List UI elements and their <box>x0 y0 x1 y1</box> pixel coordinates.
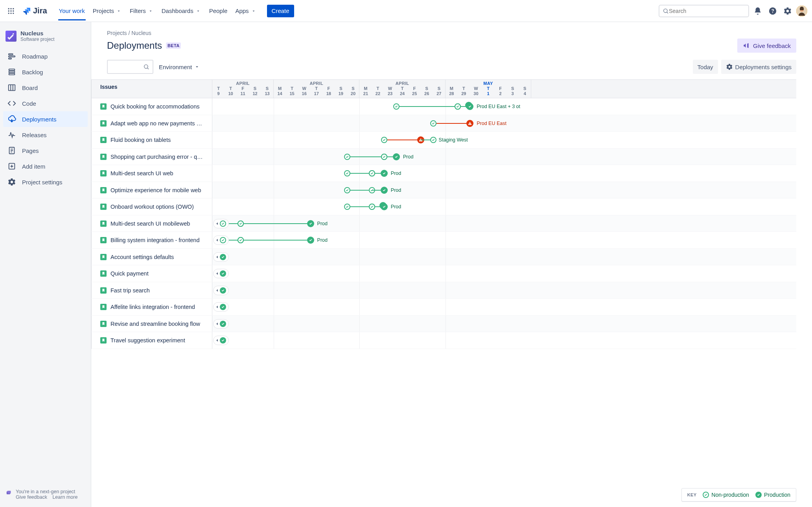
project-icon <box>6 31 17 42</box>
give-feedback-button[interactable]: Give feedback <box>737 39 796 53</box>
deploy-node-nonprod[interactable] <box>344 204 350 210</box>
breadcrumb-project[interactable]: Nucleus <box>131 30 151 36</box>
deploy-node-error[interactable]: Prod EU East <box>466 120 473 127</box>
deploy-node-nonprod[interactable]: Staging West <box>430 137 436 143</box>
deploy-node-prod[interactable]: Prod <box>393 153 400 160</box>
month-label: APRIL <box>274 80 359 86</box>
issue-row: Multi-dest search UI webProd <box>91 165 796 182</box>
legend-key: KEY <box>687 492 697 497</box>
footer-feedback-link[interactable]: Give feedback <box>16 494 47 500</box>
sidebar-item-add-item[interactable]: Add item <box>3 158 88 174</box>
today-button[interactable]: Today <box>693 60 718 74</box>
previous-deploys-pill[interactable] <box>213 336 229 345</box>
issue-title[interactable]: Optimize experience for mobile web <box>110 187 201 193</box>
issue-title[interactable]: Quick booking for accommodations <box>110 103 199 110</box>
deploy-node-prod[interactable]: Prod <box>307 237 314 244</box>
deploy-node-nonprod[interactable] <box>344 170 350 176</box>
jira-logo[interactable]: Jira <box>19 6 50 16</box>
previous-deploys-pill[interactable] <box>213 302 229 312</box>
nav-item-dashboards[interactable]: Dashboards <box>158 2 205 20</box>
search-input[interactable] <box>669 8 745 14</box>
deploy-node-prod[interactable]: Prod <box>381 187 388 194</box>
issue-title[interactable]: Affelite links integration - frontend <box>110 304 195 310</box>
sidebar-item-project-settings[interactable]: Project settings <box>3 174 88 190</box>
sidebar-item-code[interactable]: Code <box>3 96 88 111</box>
add-icon <box>7 162 17 171</box>
nav-item-projects[interactable]: Projects <box>89 2 126 20</box>
previous-deploys-pill[interactable] <box>213 252 229 262</box>
issue-title[interactable]: Shopping cart purchasing error - quick f… <box>110 154 203 160</box>
settings-icon[interactable] <box>781 5 794 17</box>
deploy-node-prod[interactable]: Prod <box>381 203 388 210</box>
global-search[interactable] <box>659 5 749 17</box>
deploy-node-nonprod[interactable] <box>344 187 350 193</box>
deploy-node-nonprod[interactable] <box>455 103 461 110</box>
project-header[interactable]: Nucleus Software project <box>0 22 91 48</box>
deploy-segment <box>241 240 311 241</box>
svg-point-13 <box>13 33 14 34</box>
nav-item-filters[interactable]: Filters <box>126 2 158 20</box>
sidebar-item-deployments[interactable]: Deployments <box>3 111 88 127</box>
deploy-node-nonprod[interactable] <box>344 154 350 160</box>
filter-search[interactable] <box>107 60 153 74</box>
nav-item-your-work[interactable]: Your work <box>55 2 89 20</box>
previous-deploys-pill[interactable] <box>213 235 229 245</box>
issue-title[interactable]: Fluid booking on tablets <box>110 137 171 143</box>
deploy-node-nonprod[interactable] <box>393 103 400 110</box>
issue-row: Fluid booking on tabletsStaging West <box>91 132 796 149</box>
issue-title[interactable]: Fast trip search <box>110 287 150 294</box>
previous-deploys-pill[interactable] <box>213 286 229 295</box>
create-button[interactable]: Create <box>267 5 294 17</box>
sidebar-item-roadmap[interactable]: Roadmap <box>3 48 88 64</box>
previous-deploys-pill[interactable] <box>213 219 229 228</box>
deploy-node-prod[interactable]: Prod <box>381 170 388 177</box>
sidebar-item-backlog[interactable]: Backlog <box>3 64 88 80</box>
user-avatar[interactable] <box>796 6 807 17</box>
previous-deploys-pill[interactable] <box>213 319 229 329</box>
notifications-icon[interactable] <box>751 5 764 17</box>
issue-row: Quick payment <box>91 265 796 282</box>
environment-dropdown[interactable]: Environment <box>159 64 200 70</box>
deploy-node-nonprod[interactable] <box>381 154 387 160</box>
issue-title[interactable]: Travel suggestion experiment <box>110 337 185 344</box>
deploy-node-nonprod[interactable] <box>369 204 375 210</box>
nav-item-apps[interactable]: Apps <box>231 2 260 20</box>
previous-deploys-pill[interactable] <box>213 269 229 278</box>
day-cell: F18 <box>322 86 335 98</box>
svg-point-2 <box>13 8 14 9</box>
issue-title[interactable]: Quick payment <box>110 270 149 277</box>
deploy-node-nonprod[interactable] <box>238 220 244 227</box>
day-cell: T1 <box>482 86 494 98</box>
app-switcher-icon[interactable] <box>5 5 17 17</box>
deploy-label: Prod EU East <box>477 121 506 126</box>
deploy-node-prod[interactable]: Prod EU East + 3 ot <box>466 103 473 110</box>
deploy-node-nonprod[interactable] <box>381 137 387 143</box>
legend-non-production: Non-production <box>703 492 749 498</box>
sidebar-item-releases[interactable]: Releases <box>3 127 88 143</box>
help-icon[interactable] <box>766 5 779 17</box>
story-icon <box>100 270 107 277</box>
deploy-node-nonprod[interactable] <box>238 237 244 243</box>
issue-title[interactable]: Multi-dest search UI web <box>110 170 173 176</box>
deployments-settings-button[interactable]: Deployments settings <box>721 60 796 74</box>
issue-title[interactable]: Adapt web app no new payments provider <box>110 120 203 127</box>
timeline[interactable]: Issues APRILT9T10F11S12S13APRILM14T15W16… <box>91 79 796 507</box>
issue-title[interactable]: Multi-dest search UI mobileweb <box>110 220 190 227</box>
svg-rect-27 <box>470 124 470 124</box>
issue-title[interactable]: Onboard workout options (OWO) <box>110 204 194 210</box>
footer-learn-link[interactable]: Learn more <box>52 494 77 500</box>
nav-item-people[interactable]: People <box>205 2 232 20</box>
issue-row: Revise and streamline booking flow <box>91 316 796 332</box>
deploy-node-nonprod[interactable] <box>430 120 436 127</box>
deploy-node-prod[interactable]: Prod <box>307 220 314 227</box>
issue-title[interactable]: Account settings defaults <box>110 254 174 260</box>
issue-row: Adapt web app no new payments providerPr… <box>91 115 796 132</box>
issue-title[interactable]: Billing system integration - frontend <box>110 237 199 243</box>
sidebar-footer: You're in a next-gen project Give feedba… <box>0 484 91 507</box>
sidebar-item-pages[interactable]: Pages <box>3 143 88 158</box>
day-cell: S27 <box>433 86 445 98</box>
breadcrumb-projects[interactable]: Projects <box>107 30 127 36</box>
deploy-node-nonprod[interactable] <box>369 170 375 176</box>
sidebar-item-board[interactable]: Board <box>3 80 88 96</box>
issue-title[interactable]: Revise and streamline booking flow <box>110 321 200 327</box>
